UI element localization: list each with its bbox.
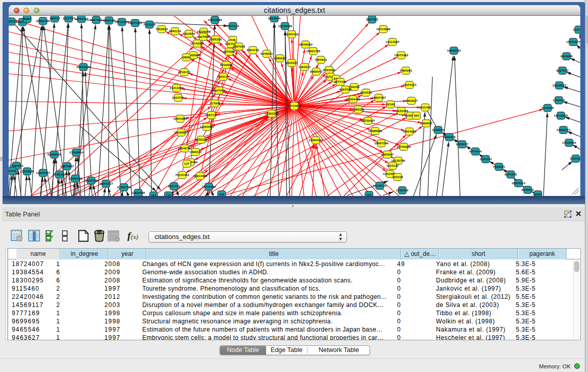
svg-text:62160: 62160 — [386, 102, 395, 106]
svg-text:14353594: 14353594 — [200, 125, 214, 128]
svg-text:13975887: 13975887 — [60, 164, 74, 168]
svg-text:16782759: 16782759 — [117, 185, 131, 189]
svg-text:16210643: 16210643 — [554, 114, 568, 117]
svg-text:1167533: 1167533 — [570, 157, 580, 160]
svg-text:1498222: 1498222 — [189, 150, 202, 154]
svg-text:12156829: 12156829 — [20, 169, 34, 173]
svg-text:9474444: 9474444 — [469, 149, 482, 153]
svg-text:1527602: 1527602 — [90, 18, 103, 21]
svg-text:20364436: 20364436 — [346, 97, 360, 101]
svg-text:3624554: 3624554 — [360, 91, 373, 94]
svg-text:16543382: 16543382 — [190, 41, 204, 45]
svg-text:7515526: 7515526 — [143, 23, 156, 26]
svg-text:76125402: 76125402 — [175, 173, 189, 177]
svg-text:3875685: 3875685 — [223, 50, 236, 53]
svg-text:12093872: 12093872 — [552, 83, 567, 87]
svg-text:8471676: 8471676 — [505, 172, 517, 176]
svg-text:20206556: 20206556 — [47, 152, 61, 156]
svg-text:18807249: 18807249 — [374, 141, 388, 145]
svg-text:12975115: 12975115 — [402, 83, 417, 86]
svg-text:8454749: 8454749 — [247, 48, 259, 52]
svg-text:1244415: 1244415 — [553, 98, 565, 102]
svg-text:1145192: 1145192 — [53, 172, 66, 176]
svg-text:9242848: 9242848 — [220, 63, 233, 67]
svg-text:19384554: 19384554 — [309, 138, 323, 142]
svg-text:146: 146 — [219, 192, 225, 196]
svg-text:19218506: 19218506 — [278, 24, 292, 28]
svg-text:7357224: 7357224 — [227, 24, 239, 28]
svg-text:19166825: 19166825 — [174, 130, 188, 134]
svg-text:3915113: 3915113 — [9, 169, 18, 172]
svg-text:8878312: 8878312 — [195, 138, 208, 141]
svg-text:173: 173 — [166, 193, 171, 196]
svg-text:9463627: 9463627 — [405, 99, 418, 102]
svg-text:16046785: 16046785 — [178, 146, 192, 150]
svg-text:6794028: 6794028 — [323, 68, 336, 72]
svg-text:6379197: 6379197 — [456, 142, 469, 146]
svg-text:8912954: 8912954 — [183, 32, 195, 35]
svg-text:1640954: 1640954 — [432, 128, 445, 132]
svg-text:9252: 9252 — [534, 192, 541, 196]
svg-text:20907: 20907 — [23, 17, 32, 20]
svg-text:20691406: 20691406 — [36, 19, 50, 23]
svg-text:8938918: 8938918 — [443, 135, 456, 139]
svg-text:14136141: 14136141 — [373, 184, 387, 187]
svg-text:9896: 9896 — [183, 55, 190, 59]
svg-text:9327505: 9327505 — [197, 35, 210, 38]
svg-text:604: 604 — [414, 114, 420, 117]
svg-text:17957255: 17957255 — [84, 179, 98, 182]
svg-text:19654985: 19654985 — [173, 117, 187, 120]
svg-text:20053346: 20053346 — [76, 65, 91, 69]
svg-text:16154808: 16154808 — [376, 27, 390, 31]
svg-text:16914479: 16914479 — [193, 174, 207, 178]
svg-text:2718170: 2718170 — [178, 70, 191, 74]
svg-text:1910755: 1910755 — [172, 96, 185, 99]
svg-text:10807487: 10807487 — [372, 96, 386, 99]
svg-text:10654112: 10654112 — [511, 181, 526, 185]
svg-text:10958117: 10958117 — [99, 182, 113, 185]
svg-text:17016504: 17016504 — [562, 141, 576, 144]
svg-text:6466160: 6466160 — [103, 18, 116, 22]
svg-text:20756928: 20756928 — [397, 145, 411, 148]
svg-text:2933114: 2933114 — [480, 157, 492, 161]
svg-text:7603144: 7603144 — [217, 75, 230, 78]
svg-text:8186328: 8186328 — [209, 37, 222, 41]
svg-text:12942757: 12942757 — [36, 171, 50, 174]
svg-text:252234: 252234 — [393, 175, 403, 179]
svg-text:2367608: 2367608 — [233, 45, 246, 48]
svg-text:15751074: 15751074 — [566, 40, 580, 43]
svg-text:161: 161 — [151, 193, 157, 196]
svg-text:9699695: 9699695 — [420, 121, 433, 125]
svg-text:9777169: 9777169 — [334, 80, 347, 83]
svg-text:7986322: 7986322 — [352, 107, 365, 111]
svg-text:8322037: 8322037 — [286, 61, 298, 64]
svg-text:8660124: 8660124 — [169, 29, 182, 33]
svg-text:10671355: 10671355 — [128, 21, 142, 25]
svg-text:10719155: 10719155 — [115, 20, 129, 24]
svg-text:13325419: 13325419 — [285, 32, 299, 36]
svg-text:153: 153 — [366, 193, 372, 196]
svg-text:18724007: 18724007 — [287, 104, 301, 107]
svg-text:16961758: 16961758 — [306, 49, 320, 53]
svg-text:10025458: 10025458 — [394, 109, 408, 113]
svg-text:10653267: 10653267 — [74, 17, 89, 20]
svg-text:1615132: 1615132 — [386, 164, 399, 167]
svg-text:2087682: 2087682 — [366, 17, 379, 21]
svg-text:8813054: 8813054 — [268, 16, 281, 20]
svg-text:15720407: 15720407 — [361, 119, 375, 122]
svg-text:12213967: 12213967 — [385, 40, 400, 43]
svg-text:18300295: 18300295 — [265, 112, 279, 115]
svg-text:19654923: 19654923 — [402, 129, 417, 133]
svg-text:16648784: 16648784 — [447, 49, 461, 52]
svg-text:15692971: 15692971 — [556, 128, 571, 132]
svg-text:8990443: 8990443 — [310, 70, 323, 73]
svg-text:417006: 417006 — [210, 101, 221, 105]
svg-text:166317: 166317 — [50, 16, 60, 20]
svg-text:12213369: 12213369 — [169, 86, 184, 90]
svg-text:3215958: 3215958 — [541, 106, 554, 110]
svg-text:127: 127 — [184, 162, 190, 165]
svg-text:10688609: 10688609 — [368, 129, 382, 133]
svg-text:9684067: 9684067 — [381, 152, 394, 156]
svg-text:16033809: 16033809 — [208, 18, 222, 21]
svg-text:1112753: 1112753 — [573, 28, 580, 31]
